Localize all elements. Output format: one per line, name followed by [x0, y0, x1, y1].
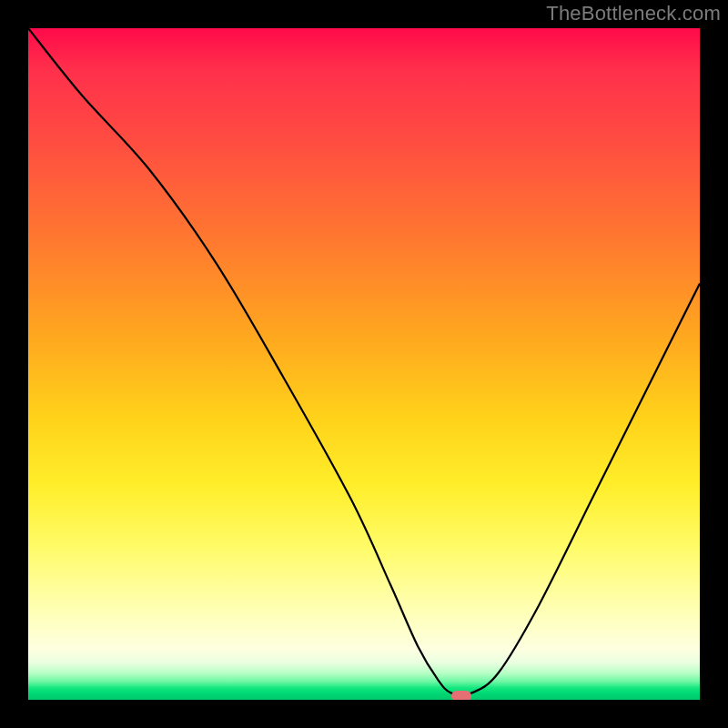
plot-area: [28, 28, 700, 700]
curve-path: [28, 28, 700, 695]
chart-frame: TheBottleneck.com: [0, 0, 728, 728]
bottleneck-curve: [28, 28, 700, 700]
optimum-marker: [451, 691, 471, 700]
watermark-text: TheBottleneck.com: [546, 2, 721, 25]
